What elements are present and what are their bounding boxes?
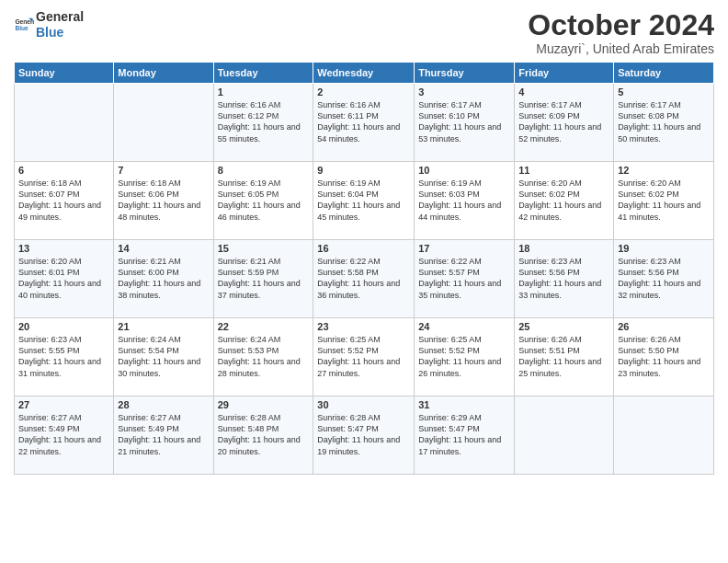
day-cell: 3Sunrise: 6:17 AM Sunset: 6:10 PM Daylig… (415, 84, 515, 162)
header-cell-sunday: Sunday (15, 63, 114, 84)
day-number: 12 (618, 165, 710, 176)
title-block: October 2024 Muzayri`, United Arab Emira… (528, 9, 714, 56)
day-number: 28 (118, 399, 209, 410)
day-cell: 22Sunrise: 6:24 AM Sunset: 5:53 PM Dayli… (213, 318, 313, 396)
day-info: Sunrise: 6:21 AM Sunset: 6:00 PM Dayligh… (118, 256, 209, 301)
svg-text:Blue: Blue (15, 25, 28, 31)
day-cell: 24Sunrise: 6:25 AM Sunset: 5:52 PM Dayli… (415, 318, 515, 396)
page: General Blue General Blue October 2024 M… (0, 0, 728, 563)
day-info: Sunrise: 6:17 AM Sunset: 6:09 PM Dayligh… (518, 99, 609, 144)
day-info: Sunrise: 6:25 AM Sunset: 5:52 PM Dayligh… (418, 334, 510, 379)
day-info: Sunrise: 6:22 AM Sunset: 5:58 PM Dayligh… (317, 256, 410, 301)
header: General Blue General Blue October 2024 M… (14, 9, 714, 56)
day-cell (515, 396, 614, 475)
day-info: Sunrise: 6:27 AM Sunset: 5:49 PM Dayligh… (18, 412, 109, 457)
day-cell: 29Sunrise: 6:28 AM Sunset: 5:48 PM Dayli… (213, 396, 313, 475)
day-info: Sunrise: 6:23 AM Sunset: 5:56 PM Dayligh… (518, 256, 609, 301)
day-info: Sunrise: 6:28 AM Sunset: 5:47 PM Dayligh… (317, 412, 410, 457)
day-cell: 8Sunrise: 6:19 AM Sunset: 6:05 PM Daylig… (213, 162, 313, 240)
day-info: Sunrise: 6:26 AM Sunset: 5:50 PM Dayligh… (618, 334, 710, 379)
day-cell: 10Sunrise: 6:19 AM Sunset: 6:03 PM Dayli… (415, 162, 515, 240)
week-row-1: 1Sunrise: 6:16 AM Sunset: 6:12 PM Daylig… (15, 84, 714, 162)
day-info: Sunrise: 6:16 AM Sunset: 6:12 PM Dayligh… (218, 99, 310, 144)
day-cell (15, 84, 114, 162)
day-cell (614, 396, 714, 475)
day-info: Sunrise: 6:21 AM Sunset: 5:59 PM Dayligh… (218, 256, 310, 301)
day-cell: 28Sunrise: 6:27 AM Sunset: 5:49 PM Dayli… (114, 396, 213, 475)
day-cell: 19Sunrise: 6:23 AM Sunset: 5:56 PM Dayli… (614, 240, 714, 318)
day-number: 9 (317, 165, 410, 176)
header-cell-thursday: Thursday (415, 63, 515, 84)
day-number: 29 (218, 399, 310, 410)
day-cell: 7Sunrise: 6:18 AM Sunset: 6:06 PM Daylig… (114, 162, 213, 240)
day-cell: 6Sunrise: 6:18 AM Sunset: 6:07 PM Daylig… (15, 162, 114, 240)
week-row-3: 13Sunrise: 6:20 AM Sunset: 6:01 PM Dayli… (15, 240, 714, 318)
day-cell: 31Sunrise: 6:29 AM Sunset: 5:47 PM Dayli… (415, 396, 515, 475)
day-info: Sunrise: 6:16 AM Sunset: 6:11 PM Dayligh… (317, 99, 410, 144)
day-number: 25 (518, 321, 609, 332)
day-cell: 13Sunrise: 6:20 AM Sunset: 6:01 PM Dayli… (15, 240, 114, 318)
day-number: 13 (18, 243, 109, 254)
week-row-2: 6Sunrise: 6:18 AM Sunset: 6:07 PM Daylig… (15, 162, 714, 240)
day-info: Sunrise: 6:20 AM Sunset: 6:02 PM Dayligh… (618, 178, 710, 223)
day-number: 21 (118, 321, 209, 332)
day-cell: 16Sunrise: 6:22 AM Sunset: 5:58 PM Dayli… (313, 240, 415, 318)
day-cell: 14Sunrise: 6:21 AM Sunset: 6:00 PM Dayli… (114, 240, 213, 318)
week-row-4: 20Sunrise: 6:23 AM Sunset: 5:55 PM Dayli… (15, 318, 714, 396)
day-number: 19 (618, 243, 710, 254)
day-number: 11 (518, 165, 609, 176)
day-cell: 15Sunrise: 6:21 AM Sunset: 5:59 PM Dayli… (213, 240, 313, 318)
day-cell: 27Sunrise: 6:27 AM Sunset: 5:49 PM Dayli… (15, 396, 114, 475)
day-info: Sunrise: 6:17 AM Sunset: 6:08 PM Dayligh… (618, 99, 710, 144)
day-info: Sunrise: 6:19 AM Sunset: 6:04 PM Dayligh… (317, 178, 410, 223)
day-info: Sunrise: 6:23 AM Sunset: 5:56 PM Dayligh… (618, 256, 710, 301)
header-cell-friday: Friday (515, 63, 614, 84)
day-info: Sunrise: 6:19 AM Sunset: 6:03 PM Dayligh… (418, 178, 510, 223)
subtitle: Muzayri`, United Arab Emirates (528, 41, 714, 56)
day-number: 1 (218, 86, 310, 98)
day-info: Sunrise: 6:19 AM Sunset: 6:05 PM Dayligh… (218, 178, 310, 223)
day-cell: 5Sunrise: 6:17 AM Sunset: 6:08 PM Daylig… (614, 84, 714, 162)
day-number: 20 (18, 321, 109, 332)
day-info: Sunrise: 6:27 AM Sunset: 5:49 PM Dayligh… (118, 412, 209, 457)
day-number: 18 (518, 243, 609, 254)
day-number: 7 (118, 165, 209, 176)
day-number: 17 (418, 243, 510, 254)
day-number: 4 (518, 86, 609, 98)
day-number: 26 (618, 321, 710, 332)
day-info: Sunrise: 6:29 AM Sunset: 5:47 PM Dayligh… (418, 412, 510, 457)
day-number: 22 (218, 321, 310, 332)
week-row-5: 27Sunrise: 6:27 AM Sunset: 5:49 PM Dayli… (15, 396, 714, 475)
day-info: Sunrise: 6:20 AM Sunset: 6:01 PM Dayligh… (18, 256, 109, 301)
day-number: 3 (418, 86, 510, 98)
day-info: Sunrise: 6:18 AM Sunset: 6:06 PM Dayligh… (118, 178, 209, 223)
day-number: 30 (317, 399, 410, 410)
day-cell: 11Sunrise: 6:20 AM Sunset: 6:02 PM Dayli… (515, 162, 614, 240)
day-cell: 30Sunrise: 6:28 AM Sunset: 5:47 PM Dayli… (313, 396, 415, 475)
day-cell: 25Sunrise: 6:26 AM Sunset: 5:51 PM Dayli… (515, 318, 614, 396)
day-number: 27 (18, 399, 109, 410)
day-info: Sunrise: 6:24 AM Sunset: 5:53 PM Dayligh… (218, 334, 310, 379)
calendar-table: SundayMondayTuesdayWednesdayThursdayFrid… (14, 62, 714, 475)
day-info: Sunrise: 6:24 AM Sunset: 5:54 PM Dayligh… (118, 334, 209, 379)
day-cell: 1Sunrise: 6:16 AM Sunset: 6:12 PM Daylig… (213, 84, 313, 162)
day-info: Sunrise: 6:17 AM Sunset: 6:10 PM Dayligh… (418, 99, 510, 144)
header-cell-wednesday: Wednesday (313, 63, 415, 84)
day-info: Sunrise: 6:20 AM Sunset: 6:02 PM Dayligh… (518, 178, 609, 223)
day-cell: 9Sunrise: 6:19 AM Sunset: 6:04 PM Daylig… (313, 162, 415, 240)
day-cell (114, 84, 213, 162)
day-cell: 17Sunrise: 6:22 AM Sunset: 5:57 PM Dayli… (415, 240, 515, 318)
header-cell-saturday: Saturday (614, 63, 714, 84)
day-number: 5 (618, 86, 710, 98)
day-info: Sunrise: 6:28 AM Sunset: 5:48 PM Dayligh… (218, 412, 310, 457)
day-number: 2 (317, 86, 410, 98)
day-info: Sunrise: 6:23 AM Sunset: 5:55 PM Dayligh… (18, 334, 109, 379)
day-cell: 18Sunrise: 6:23 AM Sunset: 5:56 PM Dayli… (515, 240, 614, 318)
day-number: 6 (18, 165, 109, 176)
logo-text: General Blue (36, 9, 84, 40)
day-number: 14 (118, 243, 209, 254)
day-number: 31 (418, 399, 510, 410)
day-cell: 26Sunrise: 6:26 AM Sunset: 5:50 PM Dayli… (614, 318, 714, 396)
day-cell: 20Sunrise: 6:23 AM Sunset: 5:55 PM Dayli… (15, 318, 114, 396)
day-cell: 4Sunrise: 6:17 AM Sunset: 6:09 PM Daylig… (515, 84, 614, 162)
